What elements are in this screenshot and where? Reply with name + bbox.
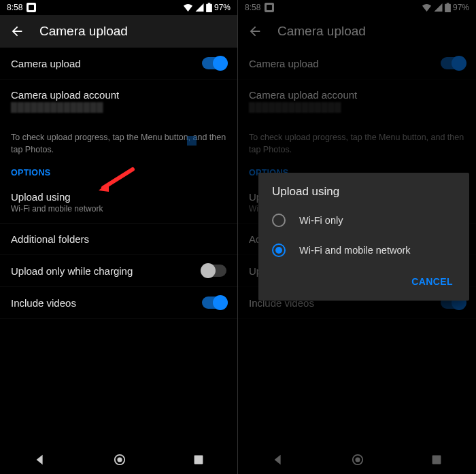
charging-toggle[interactable] [202, 265, 226, 277]
nav-home-icon[interactable] [352, 454, 364, 466]
radio-checked-icon [272, 243, 286, 257]
account-label: Camera upload account [249, 89, 357, 101]
dialog-option-label: Wi-Fi only [299, 215, 343, 226]
status-time: 8:58 [7, 3, 22, 12]
battery-icon [445, 3, 451, 12]
videos-toggle[interactable] [202, 297, 226, 309]
charging-label: Upload only while charging [11, 265, 133, 277]
camera-upload-toggle[interactable] [202, 57, 226, 69]
wifi-icon [422, 3, 432, 12]
upload-using-dialog: Upload using Wi-Fi only Wi-Fi and mobile… [258, 173, 469, 301]
account-value: ██████████████ [11, 102, 119, 112]
battery-icon [206, 3, 212, 12]
svg-rect-6 [447, 3, 449, 4]
signal-icon [434, 3, 443, 12]
camera-upload-label: Camera upload [249, 58, 319, 69]
additional-folders-row[interactable]: Additional folders [0, 224, 237, 255]
upload-using-label: Upload using [11, 191, 103, 203]
cancel-button[interactable]: CANCEL [406, 272, 458, 291]
back-icon[interactable] [10, 24, 24, 39]
header: Camera upload [0, 15, 237, 48]
svg-rect-4 [194, 456, 203, 464]
nav-back-icon[interactable] [34, 454, 46, 466]
signal-icon [195, 3, 204, 12]
status-bar: 8:58 97% [238, 0, 476, 15]
app-icon [265, 3, 274, 12]
radio-unchecked-icon [272, 214, 286, 227]
svg-rect-9 [432, 456, 441, 464]
annotation-arrow [95, 166, 136, 194]
help-text: To check upload progress, tap the Menu b… [0, 122, 237, 163]
camera-upload-toggle[interactable] [441, 57, 465, 69]
camera-upload-row[interactable]: Camera upload [238, 48, 476, 80]
svg-rect-5 [445, 4, 451, 12]
nav-bar [238, 445, 476, 474]
page-title: Camera upload [39, 24, 128, 39]
dialog-option-wifi-mobile[interactable]: Wi-Fi and mobile network [258, 235, 469, 265]
charging-row[interactable]: Upload only while charging [0, 255, 237, 287]
nav-back-icon[interactable] [272, 454, 284, 466]
upload-using-value: Wi-Fi and mobile network [11, 204, 103, 214]
svg-point-3 [117, 457, 122, 462]
videos-row[interactable]: Include videos [0, 287, 237, 319]
camera-upload-row[interactable]: Camera upload [0, 48, 237, 80]
battery-percent: 97% [453, 3, 469, 12]
svg-rect-0 [206, 4, 212, 12]
page-title: Camera upload [277, 24, 366, 39]
nav-recent-icon[interactable] [431, 454, 442, 465]
nav-recent-icon[interactable] [193, 454, 204, 465]
videos-label: Include videos [11, 297, 76, 309]
wifi-icon [183, 3, 193, 12]
app-icon [27, 3, 36, 12]
account-row[interactable]: Camera upload account ██████████████ [0, 80, 237, 122]
dialog-option-wifi-only[interactable]: Wi-Fi only [258, 205, 469, 235]
watermark-icon [187, 136, 197, 146]
dialog-option-label: Wi-Fi and mobile network [299, 245, 411, 256]
account-label: Camera upload account [11, 89, 119, 101]
additional-folders-label: Additional folders [11, 233, 89, 245]
status-time: 8:58 [245, 3, 260, 12]
svg-rect-1 [208, 3, 211, 4]
battery-percent: 97% [214, 3, 231, 12]
help-text: To check upload progress, tap the Menu b… [238, 122, 476, 163]
account-value: ██████████████ [249, 102, 357, 112]
account-row[interactable]: Camera upload account ██████████████ [238, 80, 476, 122]
nav-home-icon[interactable] [114, 454, 126, 466]
dialog-title: Upload using [258, 173, 469, 205]
header: Camera upload [238, 15, 476, 48]
camera-upload-label: Camera upload [11, 58, 81, 69]
nav-bar [0, 445, 237, 474]
back-icon[interactable] [248, 24, 262, 39]
svg-point-8 [355, 457, 360, 462]
status-bar: 8:58 97% [0, 0, 237, 15]
